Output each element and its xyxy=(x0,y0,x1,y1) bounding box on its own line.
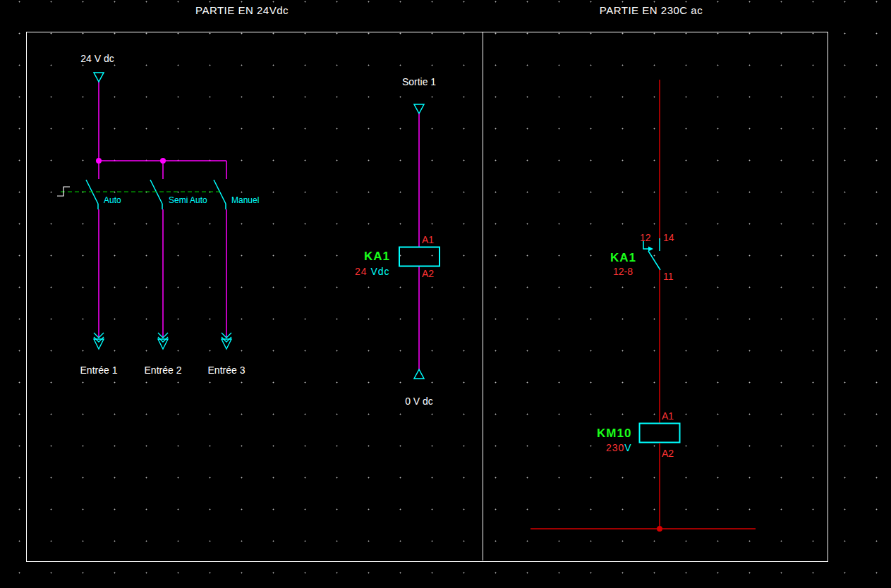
km10-coil-symbol xyxy=(640,424,680,443)
switch-label-auto: Auto xyxy=(104,196,121,204)
input-label-entree1: Entrée 1 xyxy=(80,365,118,375)
ka1-coil-symbol xyxy=(399,247,440,267)
ka1-terminal-a1: A1 xyxy=(422,235,434,245)
contact-terminal-12: 12 xyxy=(640,233,651,243)
schematic-canvas: PARTIE EN 24Vdc PARTIE EN 230C ac 24 V d… xyxy=(0,0,891,588)
output-terminal-icon xyxy=(414,104,424,114)
section-title-24vdc: PARTIE EN 24Vdc xyxy=(195,5,289,16)
ac-wire-lower xyxy=(531,443,756,529)
dc-supply-wire xyxy=(99,82,226,179)
supply-terminal-icon xyxy=(94,73,104,82)
ka1-terminal-a2: A2 xyxy=(422,269,434,278)
contact-name-ka1: KA1 xyxy=(610,252,636,264)
ka1-rating-value: 24 xyxy=(355,266,368,277)
schematic-graphics xyxy=(0,0,891,588)
contact-terminal-11: 11 xyxy=(663,271,674,281)
km10-rating-unit: V xyxy=(624,442,631,453)
km10-coil-name: KM10 xyxy=(597,427,631,439)
input-wires xyxy=(99,209,226,337)
contact-reference: 12-8 xyxy=(613,267,633,276)
km10-rating-value: 230 xyxy=(606,442,624,453)
output-sortie1-label: Sortie 1 xyxy=(402,77,436,87)
contact-terminal-14: 14 xyxy=(663,233,674,243)
km10-coil-rating: 230V xyxy=(606,443,632,453)
zero-volt-label: 0 V dc xyxy=(405,396,433,406)
km10-terminal-a2: A2 xyxy=(662,448,674,458)
supply-24vdc-label: 24 V dc xyxy=(80,54,114,63)
section-title-230vac: PARTIE EN 230C ac xyxy=(600,5,703,16)
km10-terminal-a1: A1 xyxy=(662,411,674,421)
ka1-coil-rating: 24 Vdc xyxy=(355,267,390,276)
switch-label-semi-auto: Semi Auto xyxy=(169,196,207,204)
input-label-entree2: Entrée 2 xyxy=(145,365,182,375)
switch-label-manuel: Manuel xyxy=(231,196,259,204)
ka1-rating-unit: Vdc xyxy=(370,266,389,277)
ac-junction-dot xyxy=(657,526,662,532)
ka1-coil-name: KA1 xyxy=(364,250,390,262)
zero-volt-terminal-icon xyxy=(414,369,424,379)
ka1-contact-arrowhead xyxy=(648,247,653,252)
input-label-entree3: Entrée 3 xyxy=(208,365,246,375)
